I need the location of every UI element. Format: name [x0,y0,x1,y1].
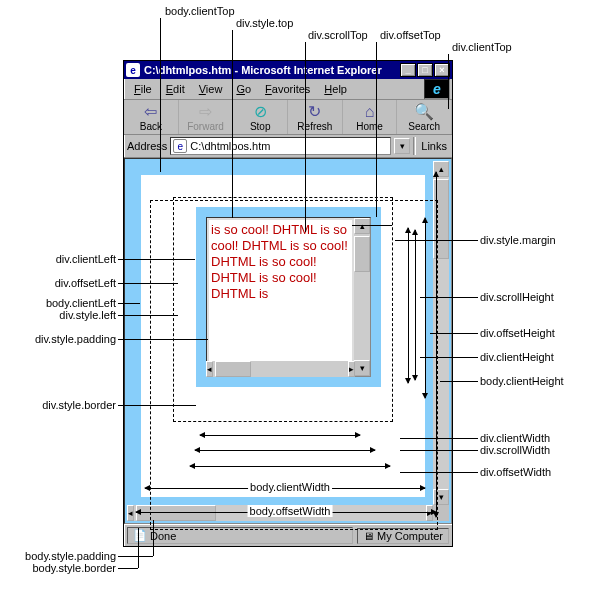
div-client-box: is so cool! DHTML is so cool! DHTML is s… [206,217,371,377]
div-border-box: is so cool! DHTML is so cool! DHTML is s… [196,207,381,387]
ie-icon: e [126,63,140,77]
status-done: 📄 Done [127,527,353,544]
dim-div-offsetHeight [425,218,426,398]
address-dropdown-button[interactable]: ▾ [394,138,410,154]
label-div-style-margin: div.style.margin [480,234,556,246]
window-title: C:\dhtmlpos.htm - Microsoft Internet Exp… [144,64,382,76]
label-div-style-left: div.style.left [31,309,116,321]
scroll-left-icon[interactable]: ◂ [206,361,213,377]
label-div-offsetHeight: div.offsetHeight [480,327,555,339]
label-div-style-border: div.style.border [13,399,116,411]
links-label[interactable]: Links [419,140,449,152]
ie-logo-icon: e [424,79,450,99]
div-horizontal-scrollbar[interactable]: ◂ ▸ [206,361,355,377]
label-body-clientHeight: body.clientHeight [480,375,564,387]
forward-button[interactable]: ⇨Forward [179,100,234,134]
label-div-offsetLeft: div.offsetLeft [31,277,116,289]
label-div-offsetWidth: div.offsetWidth [480,466,551,478]
menu-go[interactable]: Go [230,82,257,96]
done-icon: 📄 [133,529,147,542]
menu-help[interactable]: Help [318,82,353,96]
label-div-style-padding: div.style.padding [13,333,116,345]
label-div-offsetTop: div.offsetTop [380,29,441,41]
menu-file[interactable]: File [128,82,158,96]
home-button[interactable]: ⌂Home [343,100,398,134]
label-div-scrollWidth: div.scrollWidth [480,444,550,456]
status-zone: 🖥 My Computer [357,528,449,544]
search-button[interactable]: 🔍Search [397,100,452,134]
scroll-right-icon[interactable]: ▸ [348,361,355,377]
body-padding-box: is so cool! DHTML is so cool! DHTML is s… [141,175,425,497]
dim-body-clientHeight [436,172,437,517]
dim-div-clientWidth [200,435,360,436]
scroll-down-icon[interactable]: ▾ [354,360,370,376]
label-div-clientWidth: div.clientWidth [480,432,550,444]
refresh-button[interactable]: ↻Refresh [288,100,343,134]
address-label: Address [127,140,167,152]
menubar: File Edit View Go Favorites Help e [124,79,452,100]
div-vertical-scrollbar[interactable]: ▴ ▾ [354,218,370,376]
body-border-box: is so cool! DHTML is so cool! DHTML is s… [137,171,429,501]
address-value: C:\dhtmlpos.htm [190,140,270,152]
browser-window: e C:\dhtmlpos.htm - Microsoft Internet E… [123,60,453,547]
label-body-clientTop: body.clientTop [165,5,235,17]
menu-view[interactable]: View [193,82,229,96]
label-div-clientTop: div.clientTop [452,41,512,53]
minimize-button[interactable]: _ [400,63,416,77]
stop-button[interactable]: ⊘Stop [233,100,288,134]
maximize-button[interactable]: □ [417,63,433,77]
label-body-offsetWidth: body.offsetWidth [248,505,333,517]
label-body-clientLeft: body.clientLeft [24,297,116,309]
toolbar: ⇦Back ⇨Forward ⊘Stop ↻Refresh ⌂Home 🔍Sea… [124,100,452,135]
statusbar: 📄 Done 🖥 My Computer [124,524,452,546]
label-body-style-border: body.style.border [0,562,116,574]
back-button[interactable]: ⇦Back [124,100,179,134]
scroll-track-h[interactable] [213,361,348,377]
label-div-scrollHeight: div.scrollHeight [480,291,554,303]
document-area: is so cool! DHTML is so cool! DHTML is s… [124,158,452,524]
dim-div-clientHeight [408,228,409,383]
address-bar: Address e C:\dhtmlpos.htm ▾ Links [124,135,452,158]
dim-div-scrollWidth [195,450,375,451]
address-input[interactable]: e C:\dhtmlpos.htm [170,137,391,155]
scroll-track[interactable] [354,234,370,360]
label-body-clientWidth: body.clientWidth [248,481,332,493]
menu-favorites[interactable]: Favorites [259,82,316,96]
computer-icon: 🖥 [363,530,374,542]
label-div-clientLeft: div.clientLeft [31,253,116,265]
scroll-up-icon[interactable]: ▴ [354,218,370,234]
scroll-thumb-h[interactable] [215,361,251,377]
label-div-scrollTop: div.scrollTop [308,29,368,41]
win-scroll-thumb-h[interactable] [136,505,216,521]
win-scroll-left-icon[interactable]: ◂ [127,505,134,521]
dim-div-offsetWidth [190,466,390,467]
label-div-style-top: div.style.top [236,17,293,29]
label-div-clientHeight: div.clientHeight [480,351,554,363]
label-body-style-padding: body.style.padding [0,550,116,562]
menu-edit[interactable]: Edit [160,82,191,96]
scroll-thumb[interactable] [354,236,370,272]
page-icon: e [173,139,187,153]
dim-div-scrollHeight [415,230,416,380]
div-content: is so cool! DHTML is so cool! DHTML is s… [209,220,352,374]
titlebar[interactable]: e C:\dhtmlpos.htm - Microsoft Internet E… [124,61,452,79]
divider [413,137,416,155]
